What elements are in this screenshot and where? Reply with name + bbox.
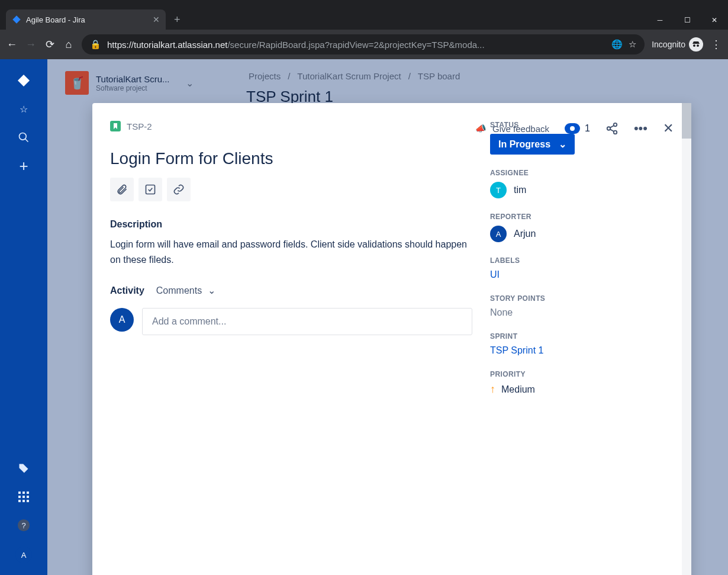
window-minimize-button[interactable]: ─	[646, 11, 674, 30]
home-button[interactable]: ⌂	[63, 38, 75, 50]
star-icon[interactable]: ☆	[17, 102, 31, 116]
reporter-avatar: A	[490, 226, 507, 242]
back-button[interactable]: ←	[6, 38, 18, 50]
chevron-down-icon: ⌄	[559, 139, 566, 150]
url-text: https://tutorialkart.atlassian.net/secur…	[107, 40, 485, 50]
svg-rect-18	[146, 185, 155, 194]
jira-home-icon[interactable]	[17, 73, 31, 88]
svg-line-1	[25, 139, 28, 142]
svg-rect-6	[22, 496, 25, 498]
user-avatar[interactable]: A	[15, 547, 32, 563]
translate-icon[interactable]: 🌐	[611, 39, 623, 50]
priority-label: PRIORITY	[490, 370, 674, 378]
add-link-button[interactable]	[167, 178, 191, 201]
svg-rect-5	[18, 496, 21, 498]
priority-medium-icon: ↑	[490, 383, 495, 396]
svg-rect-9	[22, 500, 25, 502]
activity-filter-label: Comments	[156, 285, 202, 296]
svg-point-0	[20, 133, 27, 140]
reload-button[interactable]: ⟳	[44, 38, 56, 50]
add-checklist-button[interactable]	[138, 178, 162, 201]
window-close-button[interactable]: ✕	[701, 11, 728, 30]
address-bar[interactable]: 🔒 https://tutorialkart.atlassian.net/sec…	[82, 34, 645, 54]
help-icon[interactable]: ?	[17, 518, 31, 532]
assignee-name: tim	[514, 185, 526, 195]
status-label: STATUS	[490, 121, 674, 129]
reporter-label: REPORTER	[490, 213, 674, 221]
issue-key[interactable]: TSP-2	[127, 121, 152, 131]
svg-rect-4	[27, 492, 29, 494]
sprint-label: SPRINT	[490, 332, 674, 340]
give-feedback-button[interactable]: 📣 Give feedback	[475, 123, 490, 134]
window-maximize-button[interactable]: ☐	[674, 11, 701, 30]
priority-field[interactable]: ↑ Medium	[490, 383, 674, 396]
status-dropdown[interactable]: In Progress ⌄	[490, 134, 575, 155]
priority-value: Medium	[501, 384, 535, 395]
issue-modal: TSP-2 📣 Give feedback 1 ••• ✕ Login Fo	[92, 103, 691, 575]
description-label: Description	[110, 219, 472, 230]
tag-icon[interactable]	[17, 461, 31, 476]
description-body[interactable]: Login form will have email and password …	[110, 237, 472, 267]
comment-input[interactable]: Add a comment...	[142, 308, 472, 335]
assignee-avatar: T	[490, 182, 507, 198]
label-value[interactable]: UI	[490, 269, 500, 280]
reporter-field[interactable]: A Arjun	[490, 226, 674, 242]
bookmark-star-icon[interactable]: ☆	[629, 39, 636, 50]
chevron-down-icon: ⌄	[208, 285, 215, 296]
browser-tab[interactable]: Agile Board - Jira ✕	[6, 9, 166, 30]
status-value: In Progress	[498, 139, 550, 150]
activity-label: Activity	[110, 285, 144, 296]
storypoints-label: STORY POINTS	[490, 294, 674, 303]
lock-icon: 🔒	[90, 39, 101, 50]
sprint-link[interactable]: TSP Sprint 1	[490, 345, 543, 356]
labels-label: LABELS	[490, 256, 674, 265]
svg-rect-3	[22, 492, 25, 494]
story-icon	[110, 121, 121, 131]
forward-button[interactable]: →	[25, 38, 37, 50]
jira-global-sidebar: ☆ + ? A	[0, 59, 47, 575]
incognito-badge: Incognito	[652, 37, 703, 52]
storypoints-value[interactable]: None	[490, 307, 674, 318]
jira-favicon	[12, 15, 21, 24]
svg-rect-8	[18, 500, 21, 502]
app-switcher-icon[interactable]	[17, 490, 31, 504]
svg-rect-7	[27, 496, 29, 498]
activity-filter[interactable]: Comments ⌄	[156, 285, 215, 296]
reporter-name: Arjun	[514, 229, 536, 239]
assignee-field[interactable]: T tim	[490, 182, 674, 198]
svg-rect-2	[18, 492, 21, 494]
new-tab-button[interactable]: +	[174, 14, 181, 26]
create-icon[interactable]: +	[17, 159, 31, 173]
tab-close-icon[interactable]: ✕	[153, 15, 160, 24]
tab-title: Agile Board - Jira	[26, 15, 85, 24]
megaphone-icon: 📣	[475, 123, 487, 134]
comment-placeholder: Add a comment...	[152, 316, 226, 327]
scrollbar[interactable]	[682, 103, 691, 575]
attach-button[interactable]	[110, 178, 134, 201]
current-user-avatar: A	[110, 308, 134, 332]
browser-menu-icon[interactable]: ⋮	[710, 38, 722, 50]
issue-title[interactable]: Login Form for Clients	[110, 149, 472, 168]
svg-text:?: ?	[21, 521, 25, 530]
assignee-label: ASSIGNEE	[490, 169, 674, 177]
incognito-icon	[689, 37, 703, 52]
search-icon[interactable]	[17, 130, 31, 144]
svg-rect-10	[27, 500, 29, 502]
